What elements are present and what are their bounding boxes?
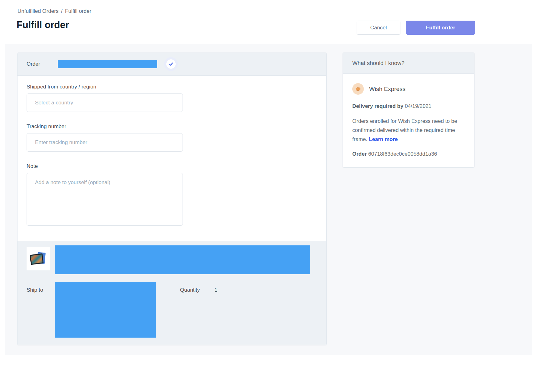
- tracking-field-label: Tracking number: [27, 123, 317, 130]
- fulfill-order-page: Unfulfilled Orders / Fulfill order Fulfi…: [0, 0, 537, 392]
- wish-express-description: Orders enrolled for Wish Express need to…: [352, 117, 465, 144]
- wish-express-name: Wish Express: [369, 86, 405, 93]
- note-textarea[interactable]: [27, 173, 183, 226]
- info-card-body: Wish Express Delivery required by 04/19/…: [343, 74, 474, 167]
- order-id-label: Order: [352, 151, 367, 157]
- breadcrumb: Unfulfilled Orders / Fulfill order: [18, 8, 91, 14]
- breadcrumb-current: Fulfill order: [65, 8, 91, 14]
- product-thumbnail: [27, 247, 50, 270]
- wish-express-icon: [352, 83, 364, 95]
- breadcrumb-unfulfilled-orders[interactable]: Unfulfilled Orders: [18, 8, 58, 14]
- quantity-value: 1: [214, 287, 217, 293]
- delivery-required-label: Delivery required by: [352, 103, 403, 109]
- note-field-label: Note: [27, 163, 317, 169]
- ship-to-label: Ship to: [27, 287, 43, 293]
- info-card-title: What should I know?: [343, 53, 474, 74]
- wish-express-wing-icon: [355, 86, 362, 93]
- breadcrumb-separator: /: [61, 8, 63, 14]
- order-card-header: Order: [18, 53, 326, 76]
- country-field-label: Shipped from country / region: [27, 84, 317, 90]
- order-card: Order Shipped from country / region Trac…: [17, 53, 327, 345]
- delivery-required-line: Delivery required by 04/19/2021: [352, 103, 465, 109]
- cancel-button[interactable]: Cancel: [357, 21, 400, 35]
- order-label: Order: [27, 61, 58, 67]
- delivery-required-date: 04/19/2021: [405, 103, 431, 109]
- order-form: Shipped from country / region Tracking n…: [18, 76, 326, 226]
- page-title: Fulfill order: [17, 19, 69, 31]
- redacted-order-id-bar: [58, 60, 157, 68]
- order-id-line: Order 60718f63dec0ce0058dd1a36: [352, 151, 465, 157]
- order-verified-badge: [166, 59, 176, 69]
- tablet-product-image: [28, 249, 48, 269]
- info-card: What should I know? Wish Express Deliver…: [343, 53, 474, 168]
- check-icon: [168, 61, 174, 67]
- tracking-number-input[interactable]: [27, 133, 183, 152]
- fulfill-order-button[interactable]: Fulfill order: [406, 21, 475, 35]
- redacted-ship-to-address-bar: [55, 282, 156, 338]
- country-select-input[interactable]: [27, 93, 183, 112]
- wish-express-row: Wish Express: [352, 83, 465, 95]
- order-id-value: 60718f63dec0ce0058dd1a36: [368, 151, 437, 157]
- quantity-label: Quantity: [180, 287, 200, 293]
- wish-express-description-text: Orders enrolled for Wish Express need to…: [352, 118, 457, 142]
- shipment-section: Ship to Quantity 1: [18, 241, 326, 345]
- learn-more-link[interactable]: Learn more: [369, 136, 398, 142]
- redacted-product-name-bar: [55, 245, 310, 274]
